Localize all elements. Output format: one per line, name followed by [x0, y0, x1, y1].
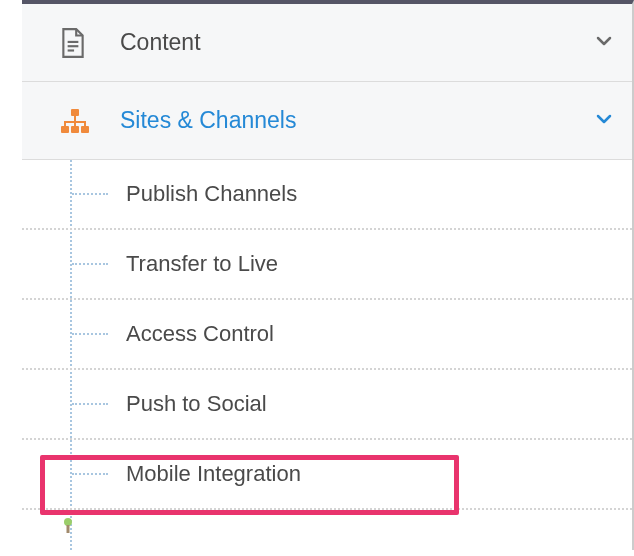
- tree-connector: [72, 473, 108, 475]
- subnav-item-label: Access Control: [126, 321, 274, 347]
- subnav-item-publish-channels[interactable]: Publish Channels: [22, 160, 632, 230]
- svg-rect-4: [61, 126, 69, 133]
- svg-point-7: [64, 518, 72, 526]
- nav-item-label: Content: [120, 29, 594, 56]
- tree-connector: [72, 333, 108, 335]
- subnav-item-mobile-integration[interactable]: Mobile Integration: [22, 440, 632, 510]
- tree-connector: [72, 193, 108, 195]
- svg-rect-3: [71, 109, 79, 116]
- nav-item-label: Sites & Channels: [120, 107, 594, 134]
- document-icon: [60, 28, 94, 58]
- chevron-down-icon: [594, 109, 614, 133]
- nav-item-content[interactable]: Content: [22, 4, 632, 82]
- subnav-item-access-control[interactable]: Access Control: [22, 300, 632, 370]
- subnav-item-label: Mobile Integration: [126, 461, 301, 487]
- subnav-item-transfer-to-live[interactable]: Transfer to Live: [22, 230, 632, 300]
- subnav-sites-channels: Publish Channels Transfer to Live Access…: [22, 160, 632, 550]
- chevron-down-icon: [594, 31, 614, 55]
- svg-rect-5: [71, 126, 79, 133]
- nav-item-sites-channels[interactable]: Sites & Channels: [22, 82, 632, 160]
- svg-rect-8: [67, 525, 70, 533]
- sitemap-icon: [60, 108, 94, 134]
- subnav-item-label: Push to Social: [126, 391, 267, 417]
- tree-connector: [72, 403, 108, 405]
- subnav-item-label: Transfer to Live: [126, 251, 278, 277]
- subnav-item-label: Publish Channels: [126, 181, 297, 207]
- tree-connector: [72, 263, 108, 265]
- svg-rect-6: [81, 126, 89, 133]
- tree-end: [22, 510, 632, 550]
- subnav-item-push-to-social[interactable]: Push to Social: [22, 370, 632, 440]
